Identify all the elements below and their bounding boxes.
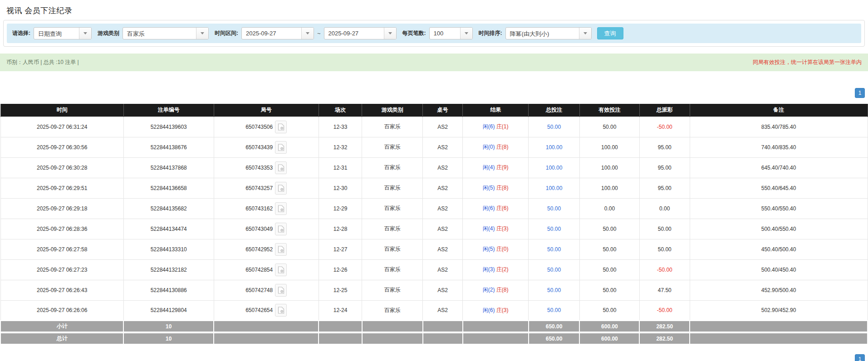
cell-bet-id: 522844133310	[123, 239, 214, 259]
time-sort-select[interactable]: 降冪(由大到小)	[505, 27, 592, 39]
cell-session: 12-25	[319, 280, 362, 300]
chevron-down-icon	[460, 28, 472, 39]
cell-round-id: 650743257	[214, 178, 319, 198]
cell-note: 645.40/740.40	[690, 157, 868, 178]
cell-payout: 47.50	[639, 280, 690, 300]
cell-time: 2025-09-27 06:29:18	[0, 198, 123, 219]
filter-panel: 请选择: 日期查询 游戏类别 百家乐 时间区间: 2025-09-27 ~ 20…	[3, 20, 865, 47]
date-to-value: 2025-09-27	[324, 28, 384, 39]
game-category-value: 百家乐	[123, 28, 196, 39]
cell-time: 2025-09-27 06:31:24	[0, 117, 123, 137]
cell-valid-bet: 100.00	[579, 178, 639, 198]
cell-valid-bet: 100.00	[579, 157, 639, 178]
cell-total-bet: 50.00	[529, 280, 580, 300]
video-replay-button[interactable]	[275, 141, 287, 154]
cell-table-number: AS2	[423, 178, 463, 198]
cell-note: 500.40/450.40	[690, 259, 868, 280]
cell-session: 12-32	[319, 137, 362, 157]
cell-time: 2025-09-27 06:30:28	[0, 157, 123, 178]
total-bet-link[interactable]: 50.00	[547, 307, 561, 313]
cell-time: 2025-09-27 06:27:23	[0, 259, 123, 280]
cell-table-number: AS2	[423, 280, 463, 300]
total-bet-link[interactable]: 100.00	[546, 165, 563, 171]
cell-game-category: 百家乐	[362, 259, 423, 280]
date-from-select[interactable]: 2025-09-27	[241, 27, 314, 39]
chevron-down-icon	[79, 28, 91, 39]
cell-note: 550.40/645.40	[690, 178, 868, 198]
total-bet-link[interactable]: 50.00	[547, 246, 561, 253]
cell-session: 12-27	[319, 239, 362, 259]
cell-time: 2025-09-27 06:28:36	[0, 219, 123, 239]
cell-note: 500.40/550.40	[690, 219, 868, 239]
cell-total-bet: 100.00	[529, 178, 580, 198]
cell-result: 闲(5) 庄(8)	[463, 178, 529, 198]
pagination-page-button[interactable]: 1	[855, 354, 865, 361]
page-size-label: 每页笔数:	[402, 29, 426, 37]
cell-session: 12-26	[319, 259, 362, 280]
cell-round-id: 650742952	[214, 239, 319, 259]
cell-session: 12-29	[319, 198, 362, 219]
video-replay-button[interactable]	[275, 284, 287, 297]
date-to-select[interactable]: 2025-09-27	[324, 27, 397, 39]
header-total-bet: 总投注	[529, 104, 580, 117]
video-replay-button[interactable]	[275, 243, 287, 256]
video-replay-button[interactable]	[275, 263, 287, 276]
cell-time: 2025-09-27 06:30:56	[0, 137, 123, 157]
cell-bet-id: 522844134474	[123, 219, 214, 239]
chevron-down-icon	[301, 28, 314, 39]
video-replay-button[interactable]	[275, 121, 287, 133]
cell-note: 740.40/835.40	[690, 137, 868, 157]
cell-bet-id: 522844130886	[123, 280, 214, 300]
game-category-select[interactable]: 百家乐	[123, 27, 209, 39]
cell-total-bet: 100.00	[529, 157, 580, 178]
cell-session: 12-24	[319, 300, 362, 321]
cell-table-number: AS2	[423, 117, 463, 137]
cell-round-id: 650743049	[214, 219, 319, 239]
video-replay-icon	[278, 205, 284, 212]
chevron-down-icon	[196, 28, 208, 39]
header-game-category: 游戏类别	[362, 104, 423, 117]
query-type-select[interactable]: 日期查询	[34, 27, 92, 39]
total-bet-link[interactable]: 100.00	[546, 144, 563, 151]
header-valid-bet: 有效投注	[579, 104, 639, 117]
cell-bet-id: 522844139603	[123, 117, 214, 137]
cell-total-bet: 50.00	[529, 300, 580, 321]
cell-bet-id: 522844129804	[123, 300, 214, 321]
video-replay-button[interactable]	[275, 304, 287, 317]
page-size-value: 100	[430, 28, 460, 39]
cell-time: 2025-09-27 06:29:51	[0, 178, 123, 198]
cell-game-category: 百家乐	[362, 178, 423, 198]
search-button[interactable]: 查询	[597, 27, 623, 39]
grand-total-row: 总计 10 650.00 600.00 282.50	[0, 332, 868, 344]
valid-bet-notice: 同局有效投注，统一计算在该局第一张注单内	[753, 59, 862, 66]
total-bet-link[interactable]: 50.00	[547, 267, 561, 273]
cell-game-category: 百家乐	[362, 300, 423, 321]
cell-valid-bet: 50.00	[579, 259, 639, 280]
cell-payout: 95.00	[639, 137, 690, 157]
cell-table-number: AS2	[423, 300, 463, 321]
subtotal-total-bet: 650.00	[529, 321, 580, 332]
cell-round-id: 650743162	[214, 198, 319, 219]
video-replay-button[interactable]	[275, 202, 287, 215]
total-bet-link[interactable]: 50.00	[547, 205, 561, 212]
total-bet-link[interactable]: 100.00	[546, 185, 563, 191]
page-size-select[interactable]: 100	[429, 27, 473, 39]
video-replay-button[interactable]	[275, 223, 287, 235]
chevron-down-icon	[579, 28, 591, 39]
cell-round-id: 650743506	[214, 117, 319, 137]
pagination-page-button[interactable]: 1	[855, 88, 865, 98]
filter-bar: 请选择: 日期查询 游戏类别 百家乐 时间区间: 2025-09-27 ~ 20…	[7, 24, 861, 43]
video-replay-icon	[278, 123, 284, 131]
video-replay-button[interactable]	[275, 161, 287, 174]
date-from-value: 2025-09-27	[242, 28, 301, 39]
total-bet-link[interactable]: 50.00	[547, 124, 561, 130]
subtotal-row: 小计 10 650.00 600.00 282.50	[0, 321, 868, 332]
cell-result: 闲(6) 庄(1)	[463, 117, 529, 137]
cell-payout: 0.00	[639, 198, 690, 219]
cell-bet-id: 522844136658	[123, 178, 214, 198]
chevron-down-icon	[384, 28, 396, 39]
total-bet-link[interactable]: 50.00	[547, 226, 561, 232]
total-bet-link[interactable]: 50.00	[547, 287, 561, 293]
video-replay-button[interactable]	[275, 182, 287, 195]
currency-total-info: 币别：人民币 | 总共 :10 注单 |	[6, 59, 79, 66]
